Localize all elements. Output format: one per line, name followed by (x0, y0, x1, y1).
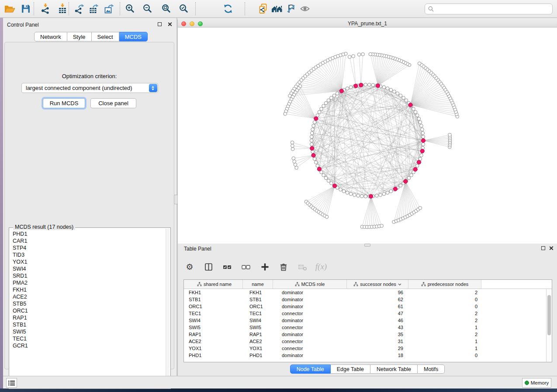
tab-mcds[interactable]: MCDS (119, 32, 148, 41)
table-row[interactable]: ORC1ORC1dominator610 (184, 303, 552, 310)
zoom-fit-button[interactable] (160, 2, 173, 15)
mcds-hub-node (420, 149, 424, 153)
result-item[interactable]: RAP1 (10, 314, 165, 321)
show-all-button[interactable] (298, 2, 311, 15)
table-row[interactable]: SWI4SWI4dominator462 (184, 317, 552, 324)
cell-shared-name: YOX1 (186, 345, 243, 352)
result-item[interactable]: SWI5 (10, 328, 165, 335)
table-row[interactable]: RAP1RAP1dominator352 (184, 331, 552, 338)
cell-predecessor-nodes: 2 (408, 317, 481, 324)
mcds-hub-node (339, 89, 343, 93)
add-row-button[interactable] (259, 261, 270, 272)
result-item[interactable]: PMA2 (10, 279, 165, 286)
result-item[interactable]: STB1 (10, 321, 165, 328)
cell-name: FKH1 (243, 289, 273, 296)
mcds-hub-node (408, 103, 412, 107)
hide-selected-button[interactable] (284, 2, 298, 15)
network-window: YPA_prune.txt_1 (177, 20, 557, 244)
result-item[interactable]: TEC1 (10, 335, 165, 342)
cell-predecessor-nodes: 1 (408, 324, 481, 331)
table-row[interactable]: SWI5SWI5connector431 (184, 324, 552, 331)
export-network-button[interactable] (73, 2, 86, 15)
table-row[interactable]: STB1STB1dominator620 (184, 296, 552, 303)
save-session-button[interactable] (19, 2, 32, 15)
task-history-button[interactable] (6, 378, 17, 388)
import-network-button[interactable] (39, 2, 52, 15)
table-header-row: shared namenameMCDS rolesuccessor nodesp… (184, 280, 552, 289)
float-panel-icon[interactable] (158, 22, 162, 26)
table-divider-handle[interactable] (364, 244, 370, 247)
desktop-wallpaper-bottom (0, 389, 557, 392)
copy-network-button[interactable] (256, 2, 270, 15)
close-panel-icon[interactable] (167, 22, 172, 27)
zoom-out-button[interactable] (141, 2, 154, 15)
first-neighbors-button[interactable] (270, 2, 284, 15)
zoom-fit-icon (161, 3, 172, 14)
result-item[interactable]: ACE2 (10, 293, 165, 300)
result-item[interactable]: TID3 (10, 251, 165, 258)
result-list-scrollbar[interactable] (166, 229, 170, 388)
mcds-result-box: MCDS result (17 nodes) PHD1CAR1STP4TID3Y… (9, 227, 171, 389)
refresh-view-button[interactable] (221, 2, 235, 15)
tab-select[interactable]: Select (92, 32, 119, 41)
open-file-button[interactable] (3, 2, 16, 15)
search-icon (428, 6, 434, 12)
optimization-criterion-select[interactable]: largest connected component (undirected) (21, 83, 158, 93)
result-item[interactable]: CAR1 (10, 237, 165, 244)
table-scrollbar[interactable] (546, 289, 552, 362)
result-item[interactable]: GCR1 (10, 342, 165, 349)
cell-MCDS-role: connector (273, 324, 347, 331)
tab-node-table[interactable]: Node Table (290, 364, 331, 374)
tab-edge-table[interactable]: Edge Table (331, 364, 370, 374)
tab-network[interactable]: Network (34, 32, 67, 41)
tab-network-table[interactable]: Network Table (370, 364, 418, 374)
result-item[interactable]: YOX1 (10, 258, 165, 265)
column-header-shared-name[interactable]: shared name (186, 280, 243, 289)
copy-network-icon (258, 3, 268, 14)
export-table-button[interactable] (87, 2, 100, 15)
table-row[interactable]: ACE2ACE2connector311 (184, 338, 552, 345)
export-image-button[interactable] (103, 2, 116, 15)
zoom-in-button[interactable] (124, 2, 137, 15)
table-row[interactable]: YOX1YOX1connector291 (184, 345, 552, 352)
close-panel-button[interactable]: Close panel (90, 98, 136, 108)
mcds-result-title: MCDS result (17 nodes) (13, 224, 75, 230)
network-graph[interactable] (178, 28, 557, 244)
import-table-button[interactable] (56, 2, 69, 15)
result-item[interactable]: STB5 (10, 300, 165, 307)
show-columns-button[interactable] (203, 261, 214, 272)
column-header-successor-nodes[interactable]: successor nodes (347, 280, 408, 289)
table-row[interactable]: FKH1FKH1dominator962 (184, 289, 552, 296)
cell-name: SWI5 (243, 324, 273, 331)
search-input[interactable] (436, 4, 552, 14)
result-item[interactable]: FKH1 (10, 286, 165, 293)
result-item[interactable]: PHD1 (10, 230, 165, 237)
close-table-panel-icon[interactable] (549, 246, 554, 251)
list-icon (8, 380, 15, 386)
result-item[interactable]: SWI4 (10, 265, 165, 272)
table-scrollbar-thumb[interactable] (547, 295, 551, 335)
tab-motifs[interactable]: Motifs (418, 364, 445, 374)
column-header-name[interactable]: name (243, 280, 273, 289)
run-mcds-button[interactable]: Run MCDS (43, 98, 85, 108)
import-table-icon (57, 3, 68, 14)
table-body: FKH1FKH1dominator962STB1STB1dominator620… (184, 289, 552, 359)
column-namespace-icon (197, 282, 202, 286)
column-header-MCDS-role[interactable]: MCDS role (273, 280, 347, 289)
result-item[interactable]: SRD1 (10, 272, 165, 279)
memory-button[interactable]: Memory (522, 378, 551, 388)
zoom-selected-button[interactable] (177, 2, 190, 15)
table-row[interactable]: TEC1TEC1connector472 (184, 310, 552, 317)
result-item[interactable]: ORC1 (10, 307, 165, 314)
network-canvas[interactable] (178, 28, 557, 244)
float-table-panel-icon[interactable] (541, 246, 545, 250)
tab-style[interactable]: Style (67, 32, 92, 41)
table-row[interactable]: PHD1PHD1dominator180 (184, 352, 552, 359)
deselect-all-button[interactable] (240, 261, 252, 272)
table-options-button[interactable]: ⚙ (184, 261, 195, 272)
delete-rows-button[interactable] (278, 261, 289, 272)
column-header-predecessor-nodes[interactable]: predecessor nodes (408, 280, 481, 289)
result-item[interactable]: STP4 (10, 244, 165, 251)
cell-MCDS-role: dominator (273, 289, 347, 296)
select-all-button[interactable] (221, 261, 233, 272)
